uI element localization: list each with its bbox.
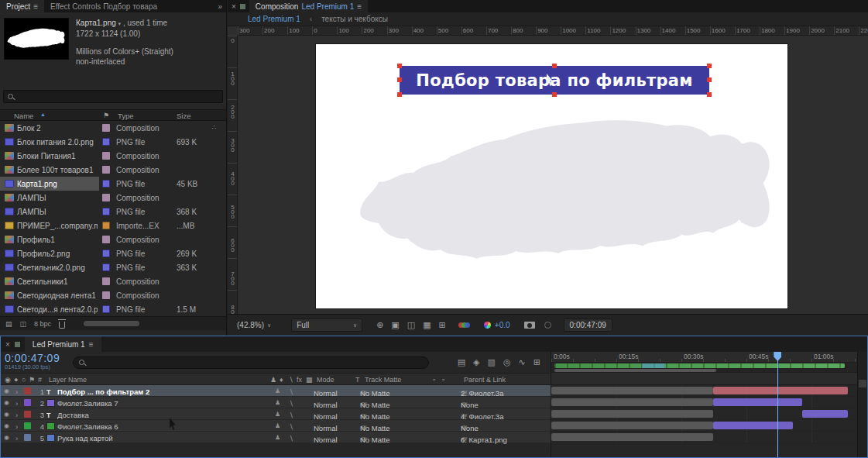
audio-column-icon[interactable]: ● <box>14 376 18 384</box>
label-swatch[interactable] <box>102 250 110 257</box>
scrollbar-button[interactable] <box>859 380 866 387</box>
column-preserve-transparency[interactable]: T <box>355 376 360 384</box>
quality-toggle-icon[interactable]: ∖ <box>289 399 293 408</box>
selection-handle[interactable] <box>397 64 402 68</box>
project-row[interactable]: Блоки Питания1 Composition <box>0 149 226 163</box>
project-row[interactable]: Светоди...я лента2.0.png PNG file 1.5 M <box>0 302 226 316</box>
current-timecode[interactable]: 0:00:47:09 <box>5 354 65 363</box>
layer-row[interactable]: ◉ › 5 Рука над картой ♟ ∖ Normal∨ ◎No Ma… <box>1 432 551 443</box>
tab-composition[interactable]: Composition Led Premium 1 ≡ <box>249 0 368 12</box>
panel-menu-icon[interactable]: ≡ <box>357 2 362 11</box>
grid-guides-icon[interactable]: ▦ <box>423 320 431 330</box>
label-swatch[interactable] <box>102 166 110 174</box>
shy-toggle-icon[interactable]: ♟ <box>275 411 280 418</box>
twirl-icon[interactable]: › <box>15 399 18 408</box>
timeline-search-input[interactable] <box>88 357 423 367</box>
solo-column-icon[interactable]: ○ <box>22 376 26 384</box>
label-swatch[interactable] <box>102 124 110 132</box>
project-row[interactable]: Светодиодная лента1 Composition <box>0 288 226 302</box>
eye-icon[interactable]: ◉ <box>4 411 9 418</box>
out-column-icon[interactable]: ▫ <box>442 376 444 384</box>
project-row[interactable]: Карта1.png PNG file 45 KB <box>0 177 226 191</box>
item-name[interactable]: Светоди...я лента2.0.png <box>17 305 98 314</box>
selection-handle[interactable] <box>707 77 712 82</box>
project-row[interactable]: Профиль1 Composition <box>0 232 226 246</box>
column-mode[interactable]: Mode <box>317 376 335 384</box>
project-row[interactable]: ПРИМЕР_...company.mp4 Importe...EX ...MB <box>0 219 226 232</box>
label-swatch[interactable] <box>102 305 110 313</box>
sort-asc-icon[interactable]: ▲ <box>40 112 46 117</box>
close-icon[interactable]: × <box>232 2 236 11</box>
comp-overview-bar[interactable] <box>554 363 845 368</box>
show-channel-icon[interactable] <box>458 322 470 328</box>
project-row[interactable]: Профиль2.png PNG file 269 K <box>0 246 226 260</box>
bit-depth-label[interactable]: 8 bpc <box>34 320 51 328</box>
label-swatch[interactable] <box>102 222 110 229</box>
layer-duration-bar[interactable] <box>551 397 857 408</box>
item-name[interactable]: Блок питания 2.0.png <box>17 138 98 146</box>
item-name[interactable]: Более 100т товаров1 <box>17 166 98 174</box>
item-name[interactable]: Светильники1 <box>17 277 98 286</box>
playhead-line[interactable] <box>777 352 778 457</box>
label-swatch[interactable] <box>102 263 110 271</box>
tab-effect-controls[interactable]: Effect Controls Подбор товара <box>44 0 163 12</box>
snapshot-camera-icon[interactable] <box>524 322 535 329</box>
project-search-input[interactable] <box>17 91 218 102</box>
graph-editor-icon[interactable]: ∿ <box>519 357 526 367</box>
preview-timecode[interactable]: 0:00:47:09 <box>564 319 612 332</box>
selection-handle[interactable] <box>552 92 557 97</box>
view-options-icon[interactable]: ⊕ <box>376 320 383 330</box>
thumbnail-view-icon[interactable]: ◫ <box>20 320 27 328</box>
project-row[interactable]: ЛАМПЫ Composition <box>0 191 226 205</box>
shy-toggle-icon[interactable]: ♟ <box>275 422 280 429</box>
exposure-icon[interactable] <box>484 322 491 329</box>
tab-overflow-icon[interactable]: » <box>218 2 226 11</box>
item-name[interactable]: Светильник2.0.png <box>17 263 98 272</box>
layer-name[interactable]: Фиолет.Заливка 7 <box>57 399 269 408</box>
selection-handle[interactable] <box>397 77 402 82</box>
eye-icon[interactable]: ◉ <box>4 434 9 441</box>
item-name[interactable]: Профиль1 <box>17 236 98 244</box>
label-swatch[interactable] <box>102 152 110 160</box>
label-swatch[interactable] <box>102 236 110 243</box>
collapse-switch-icon[interactable]: ♦ <box>280 376 283 384</box>
time-ruler[interactable]: 0:00s00:15s00:30s00:45s01:00s <box>551 352 857 363</box>
twirl-icon[interactable]: › <box>15 411 18 419</box>
layer-row[interactable]: ◉ › 3 Доставка ♟ ∖ Normal∨ ◎No Matte∨ ◎4… <box>1 408 551 420</box>
in-column-icon[interactable]: ▫ <box>433 376 435 384</box>
shy-toggle-icon[interactable]: ♟ <box>275 387 280 394</box>
trash-icon[interactable] <box>59 322 65 329</box>
breadcrumb-current[interactable]: Led Premium 1 <box>248 15 300 23</box>
tab-timeline-comp[interactable]: Led Premium 1 ≡ <box>25 336 101 352</box>
project-row[interactable]: Блок питания 2.0.png PNG file 693 K <box>0 135 226 149</box>
layer-label-swatch[interactable] <box>24 434 31 441</box>
quality-toggle-icon[interactable]: ∖ <box>289 411 293 419</box>
column-layer-name[interactable]: Layer Name <box>49 376 87 384</box>
item-name[interactable]: Карта1.png <box>17 180 98 188</box>
exposure-value[interactable]: +0.0 <box>495 321 510 329</box>
work-area-thumb[interactable] <box>554 369 716 372</box>
region-of-interest-icon[interactable]: ▣ <box>391 320 399 330</box>
zoom-select[interactable]: (42.8%) ∨ <box>237 321 271 329</box>
label-swatch[interactable] <box>102 291 110 299</box>
layer-name[interactable]: Подбор ... по фильтрам 2 <box>57 387 269 396</box>
tab-project[interactable]: Project ≡ <box>0 0 44 12</box>
quality-switch-icon[interactable]: ∖ <box>289 376 293 384</box>
timeline-track-area[interactable]: 0:00s00:15s00:30s00:45s01:00s <box>551 352 857 457</box>
eye-icon[interactable]: ◉ <box>4 422 9 429</box>
item-name[interactable]: ЛАМПЫ <box>17 194 98 202</box>
resolution-select[interactable]: Full ∨ <box>291 319 362 332</box>
shy-switch-icon[interactable]: ♟ <box>270 376 276 384</box>
selection-handle[interactable] <box>397 92 402 97</box>
item-name[interactable]: Блоки Питания1 <box>17 152 98 160</box>
horizontal-scrollbar-thumb[interactable] <box>84 321 139 326</box>
selection-handle[interactable] <box>707 92 712 97</box>
video-column-icon[interactable]: ◉ <box>5 376 11 384</box>
selection-handle[interactable] <box>552 64 557 68</box>
mini-flowchart-icon[interactable]: ▤ <box>458 357 465 367</box>
quality-toggle-icon[interactable]: ∖ <box>289 387 293 396</box>
layer-label-swatch[interactable] <box>24 387 31 394</box>
show-snapshot-icon[interactable] <box>544 322 551 329</box>
layer-name[interactable]: Рука над картой <box>57 434 269 443</box>
label-swatch[interactable] <box>102 277 110 285</box>
